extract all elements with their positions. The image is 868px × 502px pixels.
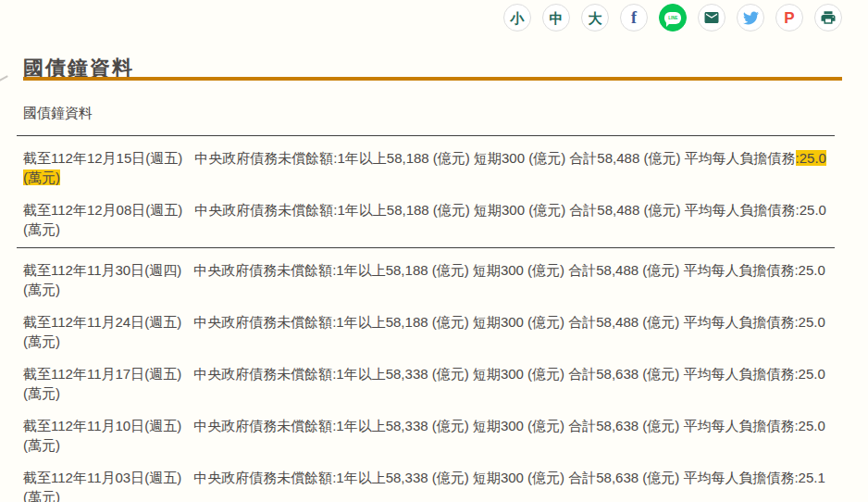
record-date: 截至112年11月24日(週五) xyxy=(23,314,181,330)
share-twitter-button[interactable] xyxy=(737,4,764,31)
font-size-large-button[interactable]: 大 xyxy=(581,4,609,31)
plurk-icon: P xyxy=(784,10,794,26)
debt-records-list: 截至112年12月15日(週五)中央政府債務未償餘額:1年以上58,188 (億… xyxy=(17,140,835,502)
record-date: 截至112年11月03日(週五) xyxy=(23,470,181,485)
section-title: 國債鐘資料 xyxy=(17,104,835,122)
envelope-icon xyxy=(703,9,720,26)
share-line-button[interactable]: LINE xyxy=(659,4,687,31)
debt-record: 截至112年12月15日(週五)中央政府債務未償餘額:1年以上58,188 (億… xyxy=(17,140,835,192)
record-date: 截至112年11月30日(週四) xyxy=(23,262,181,278)
record-detail: 中央政府債務未償餘額:1年以上58,338 (億元) 短期300 (億元) 合計… xyxy=(193,366,794,382)
main-content: 國債鐘資料 截至112年12月15日(週五)中央政府債務未償餘額:1年以上58,… xyxy=(17,104,835,502)
record-date: 截至112年11月10日(週五) xyxy=(23,418,181,433)
font-size-small-button[interactable]: 小 xyxy=(503,4,531,31)
record-detail: 中央政府債務未償餘額:1年以上58,188 (億元) 短期300 (億元) 合計… xyxy=(193,262,794,278)
debt-record: 截至112年11月10日(週五)中央政府債務未償餘額:1年以上58,338 (億… xyxy=(17,408,835,459)
debt-record: 截至112年11月24日(週五)中央政府債務未償餘額:1年以上58,188 (億… xyxy=(17,304,835,356)
edge-artifact xyxy=(0,75,8,82)
record-detail: 中央政府債務未償餘額:1年以上58,188 (億元) 短期300 (億元) 合計… xyxy=(194,202,795,218)
debt-clock-page: { "page": { "title": "國債鐘資料", "section_t… xyxy=(0,0,868,502)
records-divider xyxy=(17,247,835,248)
share-email-button[interactable] xyxy=(698,4,725,31)
debt-record: 截至112年12月08日(週五)中央政府債務未償餘額:1年以上58,188 (億… xyxy=(17,192,835,244)
record-date: 截至112年12月08日(週五) xyxy=(23,202,182,218)
section-divider xyxy=(17,135,835,136)
line-icon: LINE xyxy=(664,12,681,24)
debt-record: 截至112年11月30日(週四)中央政府債務未償餘額:1年以上58,188 (億… xyxy=(17,252,835,304)
record-date: 截至112年11月17日(週五) xyxy=(23,366,181,382)
share-facebook-button[interactable]: f xyxy=(620,4,648,31)
record-detail: 中央政府債務未償餘額:1年以上58,188 (億元) 短期300 (億元) 合計… xyxy=(193,314,794,330)
twitter-bird-icon xyxy=(743,10,759,26)
record-detail: 中央政府債務未償餘額:1年以上58,338 (億元) 短期300 (億元) 合計… xyxy=(193,418,794,433)
debt-record: 截至112年11月03日(週五)中央政府債務未償餘額:1年以上58,338 (億… xyxy=(17,459,835,502)
record-detail: 中央政府債務未償餘額:1年以上58,188 (億元) 短期300 (億元) 合計… xyxy=(194,150,795,166)
title-accent-rule xyxy=(23,77,842,81)
printer-icon xyxy=(820,9,837,26)
font-size-medium-label: 中 xyxy=(550,11,564,25)
debt-record: 截至112年11月17日(週五)中央政府債務未償餘額:1年以上58,338 (億… xyxy=(17,356,835,408)
font-size-medium-button[interactable]: 中 xyxy=(542,4,570,31)
toolbar: 小 中 大 f LINE P xyxy=(503,4,842,31)
facebook-icon: f xyxy=(631,9,637,26)
print-button[interactable] xyxy=(814,4,842,31)
font-size-small-label: 小 xyxy=(511,11,525,25)
record-date: 截至112年12月15日(週五) xyxy=(23,150,182,166)
font-size-large-label: 大 xyxy=(589,11,602,25)
record-detail: 中央政府債務未償餘額:1年以上58,338 (億元) 短期300 (億元) 合計… xyxy=(193,470,794,485)
share-plurk-button[interactable]: P xyxy=(775,4,803,31)
